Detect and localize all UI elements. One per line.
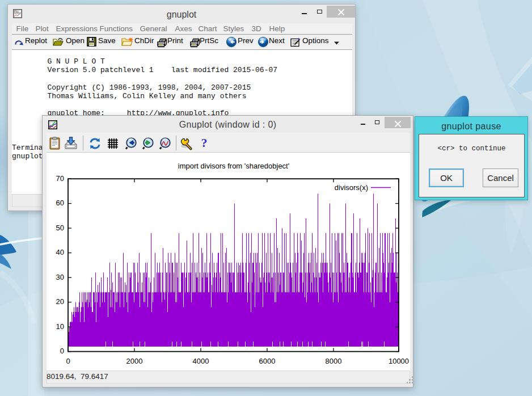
svg-text:10000: 10000 (389, 357, 409, 365)
svg-text:?: ? (201, 136, 208, 149)
svg-text:6000: 6000 (259, 357, 276, 365)
svg-text:4000: 4000 (193, 357, 209, 365)
svg-text:70: 70 (56, 174, 64, 183)
svg-text:0: 0 (60, 347, 64, 355)
svg-text:40: 40 (56, 248, 64, 256)
svg-text:2000: 2000 (126, 357, 143, 365)
svg-text:0: 0 (66, 357, 70, 365)
svg-text:60: 60 (56, 199, 64, 207)
svg-text:10: 10 (56, 322, 64, 331)
svg-text:import divisors from 'sharedob: import divisors from 'sharedobject' (178, 162, 289, 170)
svg-text:50: 50 (56, 224, 64, 232)
svg-text:divisors(x): divisors(x) (335, 183, 368, 192)
svg-text:30: 30 (56, 273, 64, 281)
svg-text:20: 20 (56, 297, 64, 306)
svg-text:8000: 8000 (326, 357, 342, 365)
